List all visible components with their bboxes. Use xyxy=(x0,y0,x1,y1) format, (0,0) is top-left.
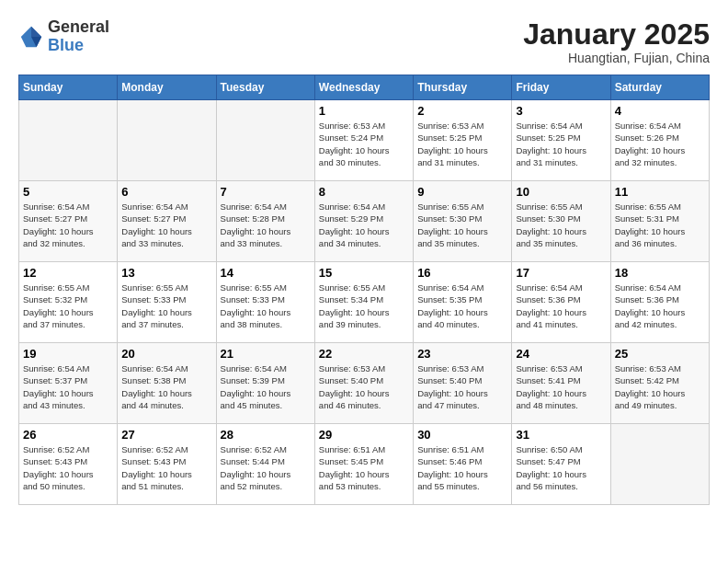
calendar-header-row: SundayMondayTuesdayWednesdayThursdayFrid… xyxy=(19,75,710,100)
calendar-cell: 8Sunrise: 6:54 AM Sunset: 5:29 PM Daylig… xyxy=(314,181,413,262)
day-info: Sunrise: 6:54 AM Sunset: 5:27 PM Dayligh… xyxy=(23,201,113,249)
calendar-week-row: 1Sunrise: 6:53 AM Sunset: 5:24 PM Daylig… xyxy=(19,100,710,181)
day-of-week-header: Saturday xyxy=(610,75,709,100)
calendar-cell: 29Sunrise: 6:51 AM Sunset: 5:45 PM Dayli… xyxy=(314,424,413,505)
day-info: Sunrise: 6:55 AM Sunset: 5:30 PM Dayligh… xyxy=(417,201,507,249)
day-number: 23 xyxy=(417,347,507,361)
day-number: 7 xyxy=(221,185,311,199)
calendar-cell: 9Sunrise: 6:55 AM Sunset: 5:30 PM Daylig… xyxy=(414,181,512,262)
page-header: General Blue January 2025 Huangtian, Fuj… xyxy=(18,18,710,65)
calendar-cell: 7Sunrise: 6:54 AM Sunset: 5:28 PM Daylig… xyxy=(216,181,314,262)
day-number: 18 xyxy=(615,266,705,280)
calendar-cell: 25Sunrise: 6:53 AM Sunset: 5:42 PM Dayli… xyxy=(610,343,709,424)
logo: General Blue xyxy=(18,18,109,55)
calendar-cell: 21Sunrise: 6:54 AM Sunset: 5:39 PM Dayli… xyxy=(216,343,314,424)
calendar-cell: 14Sunrise: 6:55 AM Sunset: 5:33 PM Dayli… xyxy=(216,262,314,343)
day-info: Sunrise: 6:53 AM Sunset: 5:40 PM Dayligh… xyxy=(417,362,507,411)
calendar-cell: 18Sunrise: 6:54 AM Sunset: 5:36 PM Dayli… xyxy=(610,262,709,343)
calendar-cell xyxy=(118,100,216,181)
calendar-cell: 11Sunrise: 6:55 AM Sunset: 5:31 PM Dayli… xyxy=(610,181,709,262)
day-info: Sunrise: 6:54 AM Sunset: 5:36 PM Dayligh… xyxy=(615,282,705,330)
calendar-cell: 19Sunrise: 6:54 AM Sunset: 5:37 PM Dayli… xyxy=(19,343,118,424)
day-number: 8 xyxy=(319,185,409,199)
day-number: 28 xyxy=(221,428,311,442)
calendar-week-row: 12Sunrise: 6:55 AM Sunset: 5:32 PM Dayli… xyxy=(19,262,710,343)
day-info: Sunrise: 6:54 AM Sunset: 5:29 PM Dayligh… xyxy=(319,201,409,249)
day-of-week-header: Tuesday xyxy=(216,75,314,100)
calendar-cell: 24Sunrise: 6:53 AM Sunset: 5:41 PM Dayli… xyxy=(512,343,610,424)
day-of-week-header: Monday xyxy=(118,75,216,100)
day-info: Sunrise: 6:53 AM Sunset: 5:25 PM Dayligh… xyxy=(417,120,507,168)
day-number: 25 xyxy=(615,347,705,361)
day-number: 15 xyxy=(319,266,409,280)
calendar-cell: 10Sunrise: 6:55 AM Sunset: 5:30 PM Dayli… xyxy=(512,181,610,262)
day-number: 11 xyxy=(615,185,705,199)
day-number: 27 xyxy=(121,428,211,442)
day-number: 20 xyxy=(121,347,211,361)
day-info: Sunrise: 6:54 AM Sunset: 5:36 PM Dayligh… xyxy=(516,282,606,330)
day-of-week-header: Thursday xyxy=(414,75,512,100)
day-of-week-header: Friday xyxy=(512,75,610,100)
calendar-cell xyxy=(19,100,118,181)
day-info: Sunrise: 6:55 AM Sunset: 5:34 PM Dayligh… xyxy=(319,282,409,330)
day-info: Sunrise: 6:50 AM Sunset: 5:47 PM Dayligh… xyxy=(516,443,606,492)
day-info: Sunrise: 6:54 AM Sunset: 5:26 PM Dayligh… xyxy=(615,120,705,168)
calendar-cell: 6Sunrise: 6:54 AM Sunset: 5:27 PM Daylig… xyxy=(118,181,216,262)
calendar-cell: 23Sunrise: 6:53 AM Sunset: 5:40 PM Dayli… xyxy=(414,343,512,424)
day-number: 19 xyxy=(23,347,113,361)
day-info: Sunrise: 6:54 AM Sunset: 5:38 PM Dayligh… xyxy=(121,362,211,411)
day-info: Sunrise: 6:52 AM Sunset: 5:43 PM Dayligh… xyxy=(121,443,211,492)
day-info: Sunrise: 6:54 AM Sunset: 5:35 PM Dayligh… xyxy=(417,282,507,330)
calendar-table: SundayMondayTuesdayWednesdayThursdayFrid… xyxy=(18,75,710,505)
svg-marker-1 xyxy=(31,27,41,37)
day-number: 30 xyxy=(417,428,507,442)
calendar-cell: 27Sunrise: 6:52 AM Sunset: 5:43 PM Dayli… xyxy=(118,424,216,505)
day-number: 1 xyxy=(319,104,409,118)
calendar-cell: 5Sunrise: 6:54 AM Sunset: 5:27 PM Daylig… xyxy=(19,181,118,262)
calendar-cell: 3Sunrise: 6:54 AM Sunset: 5:25 PM Daylig… xyxy=(512,100,610,181)
calendar-cell: 26Sunrise: 6:52 AM Sunset: 5:43 PM Dayli… xyxy=(19,424,118,505)
day-info: Sunrise: 6:51 AM Sunset: 5:46 PM Dayligh… xyxy=(417,443,507,492)
day-info: Sunrise: 6:55 AM Sunset: 5:33 PM Dayligh… xyxy=(221,282,311,330)
day-number: 13 xyxy=(121,266,211,280)
day-number: 4 xyxy=(615,104,705,118)
day-number: 22 xyxy=(319,347,409,361)
day-of-week-header: Wednesday xyxy=(314,75,413,100)
day-info: Sunrise: 6:54 AM Sunset: 5:39 PM Dayligh… xyxy=(221,362,311,411)
calendar-cell: 2Sunrise: 6:53 AM Sunset: 5:25 PM Daylig… xyxy=(414,100,512,181)
day-number: 14 xyxy=(221,266,311,280)
day-number: 2 xyxy=(417,104,507,118)
logo-blue-text: Blue xyxy=(48,36,84,54)
calendar-cell: 22Sunrise: 6:53 AM Sunset: 5:40 PM Dayli… xyxy=(314,343,413,424)
calendar-cell: 20Sunrise: 6:54 AM Sunset: 5:38 PM Dayli… xyxy=(118,343,216,424)
day-number: 26 xyxy=(23,428,113,442)
day-number: 24 xyxy=(516,347,606,361)
calendar-cell: 15Sunrise: 6:55 AM Sunset: 5:34 PM Dayli… xyxy=(314,262,413,343)
calendar-week-row: 5Sunrise: 6:54 AM Sunset: 5:27 PM Daylig… xyxy=(19,181,710,262)
day-info: Sunrise: 6:53 AM Sunset: 5:41 PM Dayligh… xyxy=(516,362,606,411)
day-info: Sunrise: 6:55 AM Sunset: 5:32 PM Dayligh… xyxy=(23,282,113,330)
calendar-cell: 16Sunrise: 6:54 AM Sunset: 5:35 PM Dayli… xyxy=(414,262,512,343)
calendar-cell: 4Sunrise: 6:54 AM Sunset: 5:26 PM Daylig… xyxy=(610,100,709,181)
calendar-cell: 13Sunrise: 6:55 AM Sunset: 5:33 PM Dayli… xyxy=(118,262,216,343)
day-info: Sunrise: 6:51 AM Sunset: 5:45 PM Dayligh… xyxy=(319,443,409,492)
calendar-week-row: 19Sunrise: 6:54 AM Sunset: 5:37 PM Dayli… xyxy=(19,343,710,424)
day-number: 9 xyxy=(417,185,507,199)
day-info: Sunrise: 6:54 AM Sunset: 5:28 PM Dayligh… xyxy=(221,201,311,249)
calendar-cell: 31Sunrise: 6:50 AM Sunset: 5:47 PM Dayli… xyxy=(512,424,610,505)
title-block: January 2025 Huangtian, Fujian, China xyxy=(523,18,710,65)
day-info: Sunrise: 6:55 AM Sunset: 5:31 PM Dayligh… xyxy=(615,201,705,249)
day-number: 3 xyxy=(516,104,606,118)
day-number: 29 xyxy=(319,428,409,442)
logo-general-text: General xyxy=(48,17,109,36)
day-info: Sunrise: 6:52 AM Sunset: 5:43 PM Dayligh… xyxy=(23,443,113,492)
calendar-cell xyxy=(216,100,314,181)
day-number: 10 xyxy=(516,185,606,199)
day-info: Sunrise: 6:53 AM Sunset: 5:24 PM Dayligh… xyxy=(319,120,409,168)
day-number: 12 xyxy=(23,266,113,280)
day-number: 6 xyxy=(121,185,211,199)
day-info: Sunrise: 6:55 AM Sunset: 5:33 PM Dayligh… xyxy=(121,282,211,330)
logo-icon xyxy=(18,24,44,50)
day-info: Sunrise: 6:52 AM Sunset: 5:44 PM Dayligh… xyxy=(221,443,311,492)
calendar-cell: 17Sunrise: 6:54 AM Sunset: 5:36 PM Dayli… xyxy=(512,262,610,343)
